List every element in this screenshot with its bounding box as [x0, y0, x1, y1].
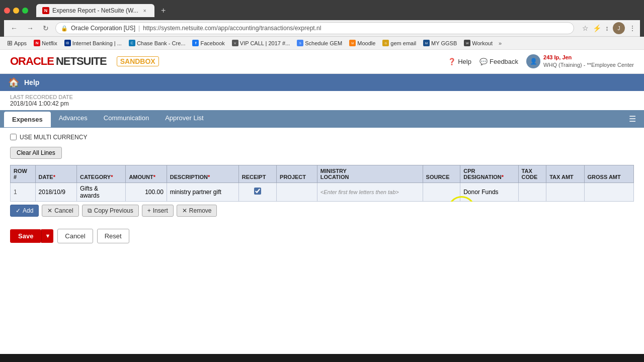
- myggsb-favicon: M: [423, 40, 430, 46]
- cell-source[interactable]: [423, 183, 460, 201]
- bookmark-internet-banking[interactable]: IB Internet Banking | ...: [61, 39, 125, 47]
- helpbar-label: Help: [24, 78, 39, 86]
- bookmark-apps[interactable]: ⊞ Apps: [4, 38, 30, 48]
- cell-date[interactable]: 2018/10/9: [35, 183, 76, 201]
- cell-amount[interactable]: 100.00: [126, 183, 167, 201]
- multi-currency-checkbox[interactable]: [10, 134, 17, 140]
- user-name: 243 Ip, Jen: [543, 54, 634, 61]
- tab-close-button[interactable]: ×: [141, 7, 148, 14]
- nav-back-button[interactable]: ←: [8, 23, 20, 33]
- profile-avatar[interactable]: J: [613, 22, 625, 34]
- cancel-row-button[interactable]: ✕ Cancel: [42, 205, 78, 217]
- reset-button[interactable]: Reset: [97, 229, 129, 243]
- bookmark-workout[interactable]: W Workout: [461, 39, 496, 47]
- col-header-gross-amt: GROSS AMT: [584, 165, 633, 183]
- description-value: ministry partner gift: [170, 189, 221, 196]
- cell-tax-code[interactable]: [518, 183, 546, 201]
- home-icon[interactable]: 🏠: [8, 77, 19, 88]
- amount-value: 100.00: [145, 189, 164, 196]
- browser-dot-green[interactable]: [22, 8, 28, 14]
- cancel-button[interactable]: Cancel: [57, 229, 93, 243]
- col-header-amount: AMOUNT*: [126, 165, 167, 183]
- bookmark-moodle[interactable]: M Moodle: [346, 39, 378, 47]
- cell-cpr-designation[interactable]: Donor Funds: [460, 183, 518, 201]
- new-tab-button[interactable]: +: [157, 5, 170, 17]
- tab-title: Expense Report - NetSuite (W...: [52, 7, 138, 14]
- help-link[interactable]: ❓ Help: [448, 58, 471, 65]
- bookmark-facebook[interactable]: f Facebook: [189, 39, 227, 47]
- col-header-row-num: ROW#: [11, 165, 36, 183]
- browser-tab[interactable]: N Expense Report - NetSuite (W... ×: [36, 4, 154, 17]
- col-header-tax-code: TAXCODE: [518, 165, 546, 183]
- cancel-x-icon: ✕: [47, 207, 52, 214]
- ministry-location-hint: <Enter first few letters then tab>: [320, 189, 399, 195]
- apps-grid-icon: ⊞: [7, 39, 13, 47]
- multi-currency-label: USE MULTI CURRENCY: [20, 134, 87, 141]
- cell-gross-amt[interactable]: [584, 183, 633, 201]
- last-recorded-date-value: 2018/10/4 1:00:42 pm: [10, 100, 634, 107]
- col-header-category: CATEGORY*: [77, 165, 126, 183]
- cell-category[interactable]: Gifts & awards: [77, 183, 126, 201]
- star-icon[interactable]: ☆: [582, 24, 589, 32]
- bookmark-netflix[interactable]: N Netflix: [31, 39, 60, 47]
- bookmark-gem-email[interactable]: G gem email: [379, 39, 419, 47]
- cell-tax-amt[interactable]: [546, 183, 584, 201]
- feedback-link[interactable]: 💬 Feedback: [479, 58, 518, 65]
- user-menu[interactable]: 👤 243 Ip, Jen WHQ (Training) - **Employe…: [526, 54, 634, 69]
- tab-approver-list[interactable]: Approver List: [157, 110, 212, 127]
- nav-forward-button[interactable]: →: [24, 23, 36, 33]
- feedback-link-label: Feedback: [490, 58, 518, 65]
- tab-expenses-label: Expenses: [12, 116, 43, 123]
- menu-icon[interactable]: ⋮: [629, 24, 636, 32]
- tab-communication[interactable]: Communication: [96, 110, 157, 127]
- copy-previous-button[interactable]: ⧉ Copy Previous: [82, 205, 139, 217]
- col-header-receipt: RECEIPT: [238, 165, 276, 183]
- cell-ministry-location[interactable]: <Enter first few letters then tab>: [317, 183, 423, 201]
- bookmark-vip-call[interactable]: V VIP CALL | 2017 #...: [229, 39, 293, 47]
- browser-dot-red[interactable]: [4, 8, 10, 14]
- save-dropdown-button[interactable]: ▼: [41, 229, 53, 243]
- col-header-cpr-designation: CPRDESIGNATION*: [460, 165, 518, 183]
- bookmark-chase[interactable]: C Chase Bank - Cre...: [126, 39, 189, 47]
- add-button-label: Add: [23, 207, 33, 214]
- address-url[interactable]: https://system.netsuite.com/app/accounti…: [143, 25, 321, 32]
- insert-button[interactable]: + Insert: [142, 205, 174, 217]
- gem-favicon: G: [382, 40, 389, 46]
- copy-previous-button-label: Copy Previous: [94, 207, 133, 214]
- tab-advances[interactable]: Advances: [51, 110, 96, 127]
- col-header-source: SOURCE: [423, 165, 460, 183]
- bookmarks-more-icon[interactable]: »: [499, 40, 502, 46]
- clear-all-lines-button[interactable]: Clear All Lines: [10, 147, 62, 159]
- chase-favicon: C: [129, 40, 135, 46]
- bookmark-my-ggsb[interactable]: M MY GGSB: [420, 39, 460, 47]
- col-header-date: DATE*: [35, 165, 76, 183]
- sync-icon[interactable]: ↕: [605, 24, 609, 32]
- ib-favicon: IB: [64, 40, 71, 46]
- tab-favicon: N: [42, 7, 49, 14]
- cell-project[interactable]: [277, 183, 317, 201]
- col-header-description: DESCRIPTION*: [167, 165, 238, 183]
- last-recorded-date-label: LAST RECORDED DATE: [10, 94, 634, 100]
- cell-receipt[interactable]: [238, 183, 276, 201]
- tab-approver-list-label: Approver List: [165, 114, 204, 122]
- table-view-icon[interactable]: ☰: [625, 110, 640, 128]
- address-separator: |: [138, 25, 140, 32]
- receipt-checkbox[interactable]: [254, 188, 261, 195]
- save-button[interactable]: Save: [10, 229, 41, 243]
- nav-refresh-button[interactable]: ↻: [40, 23, 51, 33]
- remove-button[interactable]: ✕ Remove: [177, 205, 217, 217]
- vip-favicon: V: [232, 40, 238, 46]
- browser-dot-yellow[interactable]: [13, 8, 19, 14]
- col-header-tax-amt: TAX AMT: [546, 165, 584, 183]
- cell-description[interactable]: ministry partner gift: [167, 183, 238, 201]
- tab-expenses[interactable]: Expenses: [4, 112, 51, 127]
- extensions-icon[interactable]: ⚡: [593, 24, 601, 32]
- add-button[interactable]: ✓ Add: [10, 205, 39, 217]
- save-button-group: Save ▼: [10, 229, 53, 243]
- col-header-ministry-location: MINISTRYLOCATION: [317, 165, 423, 183]
- moodle-favicon: M: [349, 40, 356, 46]
- col-header-project: PROJECT: [277, 165, 317, 183]
- table-row: 1 2018/10/9 Gifts & awards 100.00: [11, 183, 634, 201]
- bookmark-schedule-gem[interactable]: S Schedule GEM: [294, 39, 345, 47]
- save-button-label: Save: [18, 232, 33, 240]
